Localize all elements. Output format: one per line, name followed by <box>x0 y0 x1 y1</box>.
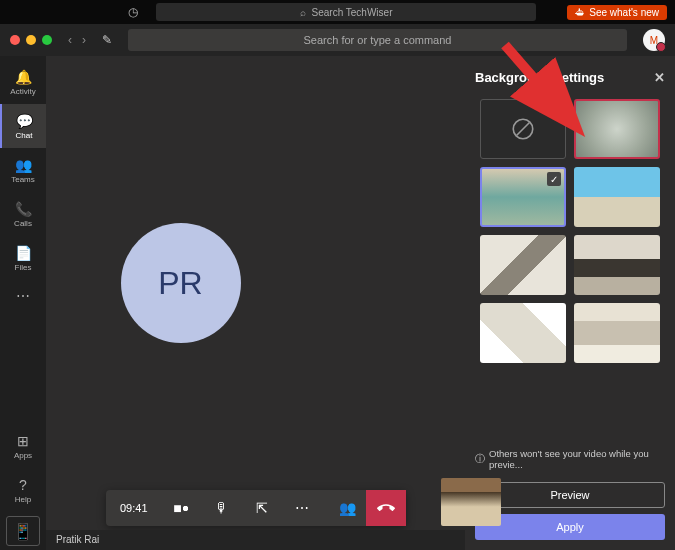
search-icon: ⌕ <box>300 7 306 18</box>
call-duration: 09:41 <box>106 494 162 522</box>
window-close-button[interactable] <box>10 35 20 45</box>
compose-icon[interactable]: ✎ <box>102 33 112 47</box>
chat-icon: 💬 <box>16 113 33 129</box>
participant-thumbnail-strip <box>441 478 501 526</box>
phone-hangup-icon <box>377 499 395 517</box>
rail-teams[interactable]: 👥 Teams <box>0 148 46 192</box>
self-preview-thumbnail[interactable] <box>441 478 501 526</box>
call-controls-bar: 09:41 ■⏺ 🎙 ⇱ ⋯ 👥 <box>106 490 406 526</box>
panel-title: Background settings <box>475 70 604 85</box>
rail-chat[interactable]: 💬 Chat <box>0 104 46 148</box>
panel-close-button[interactable]: ✕ <box>654 70 665 85</box>
rail-more-button[interactable]: ⋯ <box>16 280 30 312</box>
help-icon: ? <box>19 477 27 493</box>
user-avatar[interactable]: M <box>643 29 665 51</box>
outer-search-box[interactable]: ⌕ Search TechWiser <box>156 3 536 21</box>
app-rail: 🔔 Activity 💬 Chat 👥 Teams 📞 Calls 📄 <box>0 56 46 550</box>
outer-top-bar: ◷ ⌕ Search TechWiser ⛴ See what's new <box>0 0 675 24</box>
teams-icon: 👥 <box>15 157 32 173</box>
command-search-input[interactable]: Search for or type a command <box>128 29 627 51</box>
file-icon: 📄 <box>15 245 32 261</box>
bg-option-blur[interactable] <box>574 99 660 159</box>
hangup-button[interactable] <box>366 490 406 526</box>
outer-search-placeholder: Search TechWiser <box>312 7 393 18</box>
bg-option-image-2[interactable] <box>574 167 660 227</box>
titlebar: ‹ › ✎ Search for or type a command M <box>0 24 675 56</box>
bg-option-none[interactable] <box>480 99 566 159</box>
apps-icon: ⊞ <box>17 433 29 449</box>
rail-apps[interactable]: ⊞ Apps <box>0 424 46 468</box>
bell-icon: 🔔 <box>15 69 32 85</box>
info-icon: ⓘ <box>475 453 485 466</box>
rail-activity[interactable]: 🔔 Activity <box>0 60 46 104</box>
camera-toggle-button[interactable]: ■⏺ <box>162 490 202 526</box>
call-stage: PR 09:41 ■⏺ 🎙 ⇱ ⋯ 👥 <box>46 56 465 550</box>
participant-avatar-large: PR <box>121 223 241 343</box>
bg-option-image-5[interactable] <box>480 303 566 363</box>
participant-name-bar: Pratik Rai <box>46 530 465 550</box>
nav-back-button[interactable]: ‹ <box>64 33 76 47</box>
preview-button[interactable]: Preview <box>475 482 665 508</box>
panel-info-text: ⓘ Others won't see your video while you … <box>475 442 665 476</box>
see-whats-new-button[interactable]: ⛴ See what's new <box>567 5 667 20</box>
window-maximize-button[interactable] <box>42 35 52 45</box>
rail-help[interactable]: ? Help <box>0 468 46 512</box>
bg-option-image-6[interactable] <box>574 303 660 363</box>
rail-device-button[interactable]: 📱 <box>6 516 40 546</box>
rail-files[interactable]: 📄 Files <box>0 236 46 280</box>
device-icon: 📱 <box>13 522 33 541</box>
nav-forward-button[interactable]: › <box>78 33 90 47</box>
mic-toggle-button[interactable]: 🎙 <box>202 490 242 526</box>
prohibit-icon <box>510 116 536 142</box>
gift-icon: ⛴ <box>575 7 585 18</box>
more-actions-button[interactable]: ⋯ <box>282 490 322 526</box>
background-settings-panel: Background settings ✕ <box>465 56 675 550</box>
window-minimize-button[interactable] <box>26 35 36 45</box>
participants-button[interactable]: 👥 <box>330 490 366 526</box>
phone-icon: 📞 <box>15 201 32 217</box>
bg-option-image-3[interactable] <box>480 235 566 295</box>
apply-button[interactable]: Apply <box>475 514 665 540</box>
svg-line-1 <box>517 123 530 136</box>
share-screen-button[interactable]: ⇱ <box>242 490 282 526</box>
bg-option-image-1[interactable] <box>480 167 566 227</box>
rail-calls[interactable]: 📞 Calls <box>0 192 46 236</box>
bg-option-image-4[interactable] <box>574 235 660 295</box>
history-icon[interactable]: ◷ <box>128 5 138 19</box>
